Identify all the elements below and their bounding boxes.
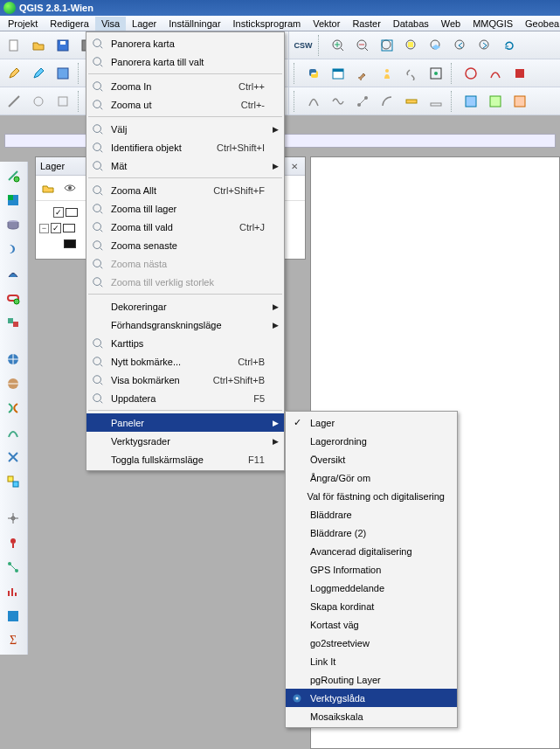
menu-item[interactable]: Panorera karta: [86, 34, 284, 52]
target-button[interactable]: [425, 62, 447, 85]
arc-tool[interactable]: [376, 90, 398, 113]
menu-item[interactable]: UppdateraF5: [86, 389, 284, 407]
submenu-item[interactable]: Val för fästning och digitalisering: [286, 487, 457, 505]
add-wms-button[interactable]: [3, 312, 24, 333]
submenu-item[interactable]: Avancerad digitalisering: [286, 542, 457, 560]
csw-button[interactable]: CSW: [292, 34, 315, 57]
ruler-tool[interactable]: [425, 90, 447, 113]
submenu-item[interactable]: Kortast väg: [286, 615, 457, 634]
graph-button[interactable]: [3, 581, 24, 602]
submenu-item[interactable]: pgRouting Layer: [286, 670, 457, 689]
checkbox-icon[interactable]: ✓: [53, 207, 64, 218]
submenu-item[interactable]: Link It: [286, 652, 457, 670]
menu-item[interactable]: Zooma senaste: [86, 236, 284, 254]
submenu-item[interactable]: GPS Information: [286, 560, 457, 579]
menu-insticksprogram[interactable]: Insticksprogram: [227, 17, 308, 31]
coord-capture-button[interactable]: [3, 508, 24, 529]
menu-geobearbetning[interactable]: Geobearbetning: [519, 17, 560, 31]
python-button[interactable]: [302, 62, 325, 85]
menu-redigera[interactable]: Redigera: [44, 17, 95, 31]
link-button[interactable]: [400, 62, 423, 85]
menu-item[interactable]: Panorera karta till valt: [86, 52, 284, 71]
edit-button[interactable]: [3, 62, 25, 85]
zoom-next-button[interactable]: [474, 34, 496, 57]
node-tool-button[interactable]: [3, 90, 25, 113]
person-button[interactable]: [376, 62, 398, 85]
add-delimited-button[interactable]: [3, 422, 24, 443]
add-postgis-button[interactable]: [3, 214, 24, 235]
menu-item[interactable]: Toggla fullskärmslägeF11: [86, 450, 284, 468]
shape-button[interactable]: [52, 90, 74, 113]
grid-b[interactable]: [484, 90, 507, 113]
add-virtual-button[interactable]: [3, 447, 24, 468]
measure-tool[interactable]: [400, 90, 423, 113]
add-vector-button[interactable]: [3, 165, 24, 186]
curve-tool[interactable]: [302, 90, 325, 113]
menu-mmqgis[interactable]: MMQGIS: [467, 17, 519, 31]
refresh-button[interactable]: [498, 34, 521, 57]
submenu-item[interactable]: Översikt: [286, 450, 457, 468]
menu-item[interactable]: Välj▶: [86, 120, 284, 138]
zoom-out-button[interactable]: [351, 34, 374, 57]
new-shapefile-button[interactable]: [3, 471, 24, 492]
route-button[interactable]: [3, 557, 24, 578]
menu-item[interactable]: Zooma InCtrl++: [86, 77, 284, 95]
zoom-in-button[interactable]: [327, 34, 349, 57]
gps-button[interactable]: [3, 532, 24, 553]
add-csv-button[interactable]: [3, 398, 24, 419]
tool-b[interactable]: [484, 62, 507, 85]
open-project-button[interactable]: [27, 34, 50, 57]
menu-item[interactable]: Karttips: [86, 334, 284, 352]
submenu-item[interactable]: Lagerordning: [286, 432, 457, 450]
tool-a[interactable]: [460, 62, 482, 85]
menu-inställningar[interactable]: Inställningar: [162, 17, 226, 31]
menu-item[interactable]: Zooma utCtrl+-: [86, 95, 284, 114]
edit-disk-button[interactable]: [52, 62, 74, 85]
layer-visibility-button[interactable]: [60, 178, 80, 198]
layer-add-group-button[interactable]: [38, 178, 58, 198]
zoom-last-button[interactable]: [449, 34, 472, 57]
submenu-item[interactable]: Bläddrare (2): [286, 524, 457, 542]
menu-item[interactable]: Nytt bokmärke...Ctrl+B: [86, 352, 284, 371]
menu-web[interactable]: Web: [435, 17, 467, 31]
submenu-item[interactable]: Skapa kordinat: [286, 597, 457, 615]
add-oracle-button[interactable]: [3, 288, 24, 309]
menu-lager[interactable]: Lager: [126, 17, 162, 31]
submenu-item[interactable]: Mosaikskala: [286, 707, 457, 725]
menu-visa[interactable]: Visa: [95, 17, 126, 31]
snap-button[interactable]: [27, 90, 50, 113]
add-wcs-button[interactable]: [3, 349, 24, 370]
tool-c[interactable]: [508, 62, 531, 85]
grid-c[interactable]: [508, 90, 531, 113]
checkbox-icon[interactable]: ✓: [51, 223, 61, 233]
submenu-item[interactable]: Verktygslåda: [286, 689, 457, 707]
submenu-item[interactable]: ✓Lager: [286, 413, 457, 432]
submenu-item[interactable]: Loggmeddelande: [286, 579, 457, 597]
node-tool2[interactable]: [351, 90, 374, 113]
menu-item[interactable]: Dekoreringar▶: [86, 297, 284, 316]
menu-item[interactable]: Förhandsgranskningsläge▶: [86, 316, 284, 334]
close-icon[interactable]: ✕: [288, 160, 301, 172]
menu-item[interactable]: Mät▶: [86, 156, 284, 175]
zoom-full-button[interactable]: [376, 34, 398, 57]
edit-save-button[interactable]: [27, 62, 50, 85]
menu-databas[interactable]: Databas: [387, 17, 435, 31]
add-mssql-button[interactable]: [3, 263, 24, 284]
menu-item[interactable]: Zooma till lager: [86, 199, 284, 218]
menu-item[interactable]: Zooma AlltCtrl+Shift+F: [86, 181, 284, 199]
chart-button[interactable]: [3, 606, 24, 627]
sum-button[interactable]: Σ: [3, 630, 24, 651]
brush-button[interactable]: [351, 62, 374, 85]
menu-item[interactable]: Verktygsrader▶: [86, 432, 284, 450]
menu-item[interactable]: Visa bokmärkenCtrl+Shift+B: [86, 371, 284, 389]
zoom-sel-button[interactable]: [400, 34, 423, 57]
collapse-icon[interactable]: −: [39, 224, 49, 233]
menu-projekt[interactable]: Projekt: [2, 17, 44, 31]
submenu-item[interactable]: go2streetview: [286, 634, 457, 652]
menu-item[interactable]: Identifiera objektCtrl+Shift+I: [86, 138, 284, 156]
add-wfs-button[interactable]: [3, 373, 24, 394]
submenu-item[interactable]: Ångra/Gör om: [286, 468, 457, 487]
zoom-layer-button[interactable]: [425, 34, 447, 57]
calendar-button[interactable]: [327, 62, 349, 85]
menu-vektor[interactable]: Vektor: [307, 17, 346, 31]
